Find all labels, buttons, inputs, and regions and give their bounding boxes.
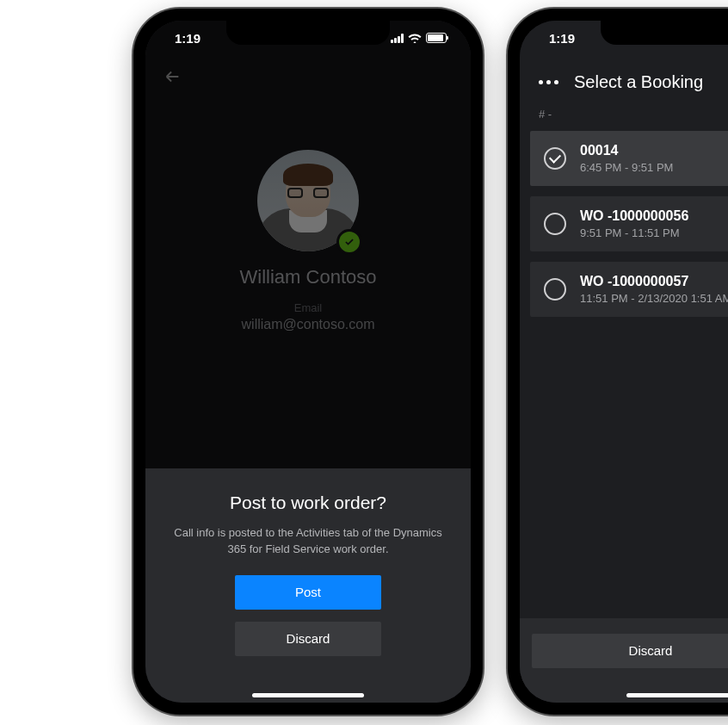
more-menu-icon[interactable]	[539, 80, 558, 84]
post-button[interactable]: Post	[235, 575, 381, 610]
booking-item[interactable]: 00014 6:45 PM - 9:51 PM	[530, 131, 728, 186]
sheet-description: Call info is posted to the Activities ta…	[166, 525, 450, 558]
radio-selected-icon	[544, 147, 566, 170]
status-icons	[391, 33, 447, 43]
sheet-title: Post to work order?	[163, 493, 453, 513]
booking-header: Select a Booking	[520, 60, 728, 108]
booking-time: 11:51 PM - 2/13/2020 1:51 AM	[580, 292, 728, 305]
booking-item[interactable]: WO -1000000057 11:51 PM - 2/13/2020 1:51…	[530, 262, 728, 317]
booking-title: WO -1000000057	[580, 274, 728, 289]
wifi-icon	[408, 33, 422, 43]
status-time: 1:19	[175, 31, 201, 46]
page-title: Select a Booking	[574, 72, 703, 92]
booking-footer: Discard	[520, 618, 728, 703]
status-time: 1:19	[549, 31, 575, 46]
home-indicator[interactable]	[626, 693, 728, 697]
booking-list: 00014 6:45 PM - 9:51 PM WO -1000000056 9…	[520, 131, 728, 317]
phone-frame: 1:19 Select a Booking # - 00014 6:45 PM …	[508, 9, 728, 715]
battery-icon	[426, 33, 447, 43]
cellular-signal-icon	[391, 34, 404, 43]
phone-screen: 1:19	[145, 21, 471, 703]
notch	[601, 21, 728, 45]
notch	[226, 21, 390, 45]
discard-button[interactable]: Discard	[235, 622, 381, 656]
booking-list-content: Select a Booking # - 00014 6:45 PM - 9:5…	[520, 21, 728, 703]
booking-time: 6:45 PM - 9:51 PM	[580, 161, 673, 174]
radio-unselected-icon	[544, 278, 566, 301]
post-sheet: Post to work order? Call info is posted …	[145, 468, 471, 703]
phone-frame: 1:19	[133, 9, 483, 715]
booking-item[interactable]: WO -1000000056 9:51 PM - 11:51 PM	[530, 196, 728, 251]
phone-screen: 1:19 Select a Booking # - 00014 6:45 PM …	[520, 21, 728, 703]
discard-button[interactable]: Discard	[532, 634, 728, 668]
home-indicator[interactable]	[252, 693, 364, 697]
radio-unselected-icon	[544, 213, 566, 235]
booking-title: 00014	[580, 143, 673, 158]
booking-title: WO -1000000056	[580, 208, 688, 224]
list-header-label: # -	[520, 108, 728, 131]
booking-time: 9:51 PM - 11:51 PM	[580, 226, 688, 239]
